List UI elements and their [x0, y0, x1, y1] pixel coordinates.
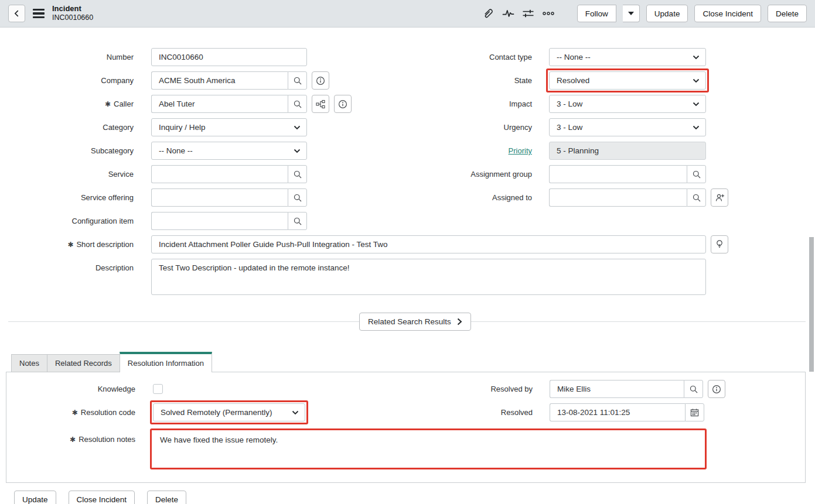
resolved-by-row: Resolved by [453, 380, 741, 398]
urgency-select[interactable]: 3 - Low [549, 118, 706, 136]
tab-related-records[interactable]: Related Records [47, 354, 120, 372]
resolved-by-preview-button[interactable] [708, 380, 725, 398]
company-search-button[interactable] [288, 71, 307, 90]
urgency-row: Urgency 3 - Low [453, 118, 740, 136]
description-row: Description Test Two Description - updat… [0, 259, 815, 295]
company-lookup [151, 71, 307, 90]
resolution-notes-row: ✱Resolution notes We have fixed the issu… [6, 430, 805, 469]
company-label: Company [0, 76, 134, 85]
service-offering-input[interactable] [151, 188, 288, 207]
priority-link-label[interactable]: Priority [453, 146, 532, 155]
assigned-to-input[interactable] [549, 188, 687, 207]
close-incident-button-footer[interactable]: Close Incident [69, 491, 135, 504]
short-description-input[interactable] [151, 235, 706, 253]
more-options-button[interactable] [538, 5, 558, 22]
info-icon [316, 76, 325, 85]
back-button[interactable] [8, 5, 25, 22]
assignment-group-row: Assignment group [453, 165, 740, 183]
contact-type-label: Contact type [453, 53, 532, 61]
more-options-icon [542, 11, 555, 16]
service-lookup [151, 165, 307, 183]
search-icon [293, 217, 302, 226]
service-input[interactable] [151, 165, 288, 183]
lightbulb-icon [715, 239, 724, 249]
delete-button-footer[interactable]: Delete [147, 491, 186, 504]
context-menu-hamburger-icon[interactable] [33, 9, 45, 19]
chevron-down-icon [693, 102, 700, 107]
search-icon [692, 193, 701, 203]
record-title: Incident INC0010660 [52, 4, 93, 23]
delete-button-header[interactable]: Delete [768, 5, 807, 22]
assignment-group-lookup [549, 165, 706, 183]
pulse-icon [502, 8, 514, 19]
caller-search-button[interactable] [288, 95, 307, 113]
follow-split-button: Follow [571, 5, 640, 22]
resolved-date-input[interactable] [550, 403, 685, 421]
record-number-label: INC0010660 [52, 13, 93, 23]
follow-dropdown-button[interactable] [623, 5, 640, 22]
impact-label: Impact [453, 100, 532, 108]
resolution-notes-textarea[interactable]: We have fixed the issue remotely. [153, 431, 704, 467]
knowledge-checkbox[interactable] [153, 384, 163, 394]
company-input[interactable] [151, 71, 288, 90]
suggestion-button[interactable] [711, 235, 728, 253]
state-select[interactable]: Resolved [549, 71, 706, 90]
resolution-code-highlight-annotation: Solved Remotely (Permanently) [150, 400, 308, 424]
form-right-column: Contact type -- None -- State Resolved I… [453, 48, 740, 212]
close-incident-button-header[interactable]: Close Incident [694, 5, 761, 22]
impact-select[interactable]: 3 - Low [549, 95, 706, 113]
tab-notes[interactable]: Notes [11, 354, 47, 372]
required-asterisk: ✱ [105, 100, 111, 108]
activity-stream-button[interactable] [499, 5, 519, 22]
search-icon [293, 100, 302, 109]
resolved-by-input[interactable] [550, 380, 684, 398]
resolved-date-group [550, 403, 704, 421]
caller-input[interactable] [151, 95, 288, 113]
service-search-button[interactable] [288, 165, 307, 183]
required-asterisk: ✱ [72, 409, 78, 417]
resolution-information-panel: Knowledge ✱Resolution code Solved Remote… [6, 372, 806, 483]
resolved-calendar-button[interactable] [685, 403, 704, 421]
personalize-form-button[interactable] [519, 5, 538, 22]
category-label: Category [0, 123, 134, 132]
chevron-left-icon [13, 9, 21, 18]
state-row: State Resolved [453, 71, 740, 90]
chevron-down-icon [294, 149, 301, 153]
assignment-group-search-button[interactable] [687, 165, 706, 183]
caller-preview-button[interactable] [334, 95, 352, 113]
related-search-results-button[interactable]: Related Search Results [359, 313, 471, 331]
attachment-button[interactable] [479, 5, 499, 22]
urgency-label: Urgency [453, 123, 532, 132]
service-label: Service [0, 170, 134, 179]
assignment-group-input[interactable] [549, 165, 687, 183]
assigned-to-search-button[interactable] [687, 188, 706, 207]
caller-related-records-button[interactable] [312, 95, 329, 113]
state-highlight-annotation: Resolved [546, 68, 709, 92]
follow-button[interactable]: Follow [577, 5, 616, 22]
record-type-label: Incident [52, 4, 93, 13]
description-textarea[interactable]: Test Two Description - updated in the re… [151, 259, 706, 295]
configuration-item-search-button[interactable] [288, 212, 307, 230]
tab-resolution-information[interactable]: Resolution Information [120, 352, 212, 372]
state-label: State [453, 76, 532, 85]
search-icon [293, 76, 302, 85]
update-button-footer[interactable]: Update [14, 491, 56, 504]
category-select[interactable]: Inquiry / Help [151, 118, 307, 136]
subcategory-select[interactable]: -- None -- [151, 142, 307, 160]
configuration-item-input[interactable] [151, 212, 288, 230]
contact-type-select[interactable]: -- None -- [549, 48, 706, 66]
number-input[interactable] [151, 48, 307, 66]
short-description-label: ✱Short description [0, 240, 134, 249]
resolution-code-select[interactable]: Solved Remotely (Permanently) [153, 403, 305, 421]
service-offering-search-button[interactable] [288, 188, 307, 207]
update-button-header[interactable]: Update [646, 5, 688, 22]
assigned-to-label: Assigned to [453, 193, 532, 202]
assign-to-me-button[interactable] [711, 188, 728, 207]
company-preview-button[interactable] [312, 71, 329, 90]
knowledge-label: Knowledge [6, 385, 135, 393]
service-offering-lookup [151, 188, 307, 207]
related-search-section: Related Search Results [0, 313, 815, 330]
resolved-by-search-button[interactable] [684, 380, 703, 398]
info-icon [712, 385, 721, 394]
search-icon [293, 193, 302, 203]
